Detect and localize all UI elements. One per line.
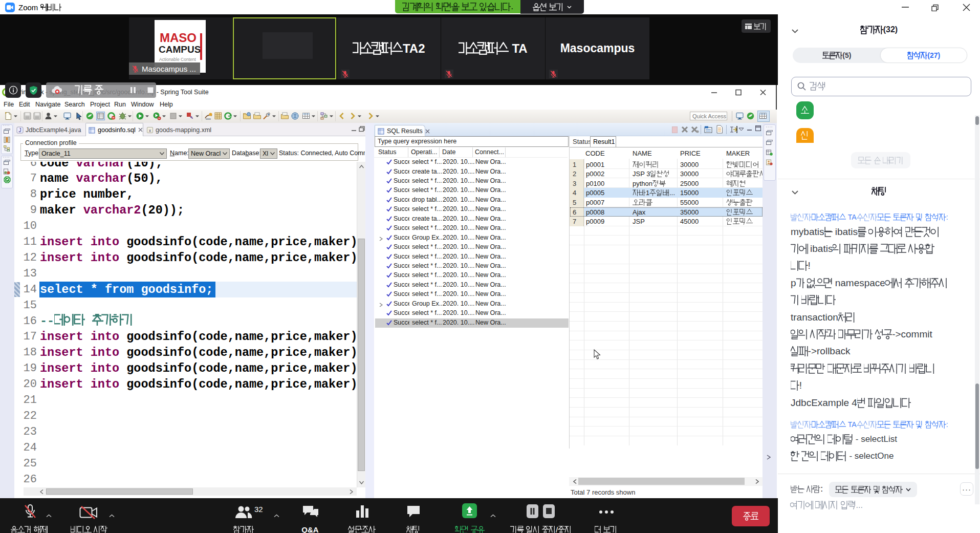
svg-text:x: x: [149, 128, 151, 133]
svg-text:J: J: [19, 127, 21, 133]
